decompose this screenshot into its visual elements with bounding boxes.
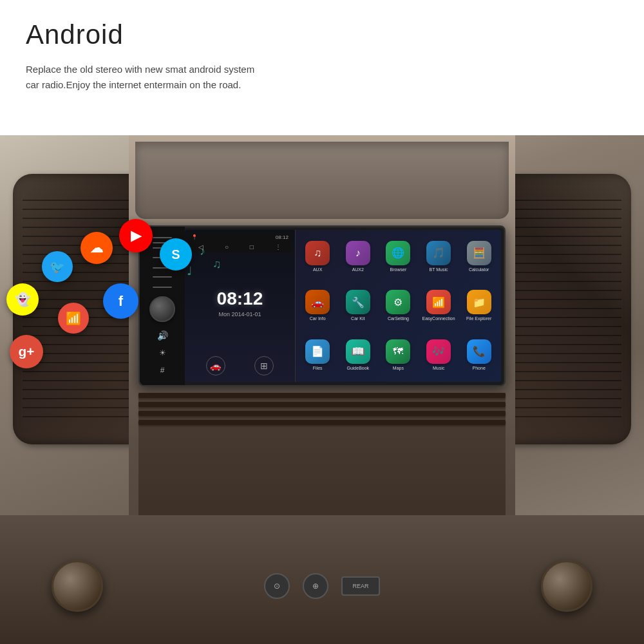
app-label-phone: Phone [473, 366, 486, 371]
app-label-browser: Browser [390, 267, 407, 272]
app-label-carsetting: CarSetting [388, 316, 409, 321]
app-label-btmusic: BT Music [430, 267, 448, 272]
bottom-knobs-area: ⊙ ⊕ REAR [52, 560, 592, 612]
volume-knob[interactable] [149, 296, 175, 322]
left-controls-panel: 🔊 ☀ # [140, 227, 185, 385]
app-label-carkit: Car Kit [351, 316, 365, 321]
app-icon-carkit[interactable]: 🔧Car Kit [339, 283, 377, 330]
clock-time: 08:12 [217, 289, 263, 309]
app-icon-img-carinfo: 🚗 [305, 290, 330, 314]
app-label-music: Music [433, 366, 444, 371]
center-btn-1[interactable]: ⊙ [264, 573, 290, 599]
app-icon-aux[interactable]: ♫AUX [299, 233, 337, 280]
app-icon-btmusic[interactable]: 🎵BT Music [420, 233, 458, 280]
equalizer-icon[interactable]: ⊞ [254, 356, 274, 375]
screen-area: 📍 08:12 ◁ ○ □ ⋮ 08:12 Mon 2014-01-01 [185, 230, 501, 382]
app-icon-calculator[interactable]: 🧮Calculator [460, 233, 498, 280]
app-grid: ♫AUX♪AUX2🌐Browser🎵BT Music🧮Calculator🚗Ca… [299, 233, 498, 379]
right-vent [502, 174, 631, 444]
page-description: Replace the old stereo with new smat and… [26, 62, 618, 93]
car-control-icon[interactable]: 🚗 [206, 356, 225, 375]
skip-back-button[interactable] [153, 276, 172, 288]
app-icon-files[interactable]: 📄Files [299, 332, 337, 379]
app-label-carinfo: Car Info [310, 316, 326, 321]
screen-right-panel: ♫AUX♪AUX2🌐Browser🎵BT Music🧮Calculator🚗Ca… [296, 230, 501, 382]
bottom-dash: ⊙ ⊕ REAR [0, 515, 644, 644]
app-icon-guidebook[interactable]: 📖GuideBook [339, 332, 377, 379]
app-icon-music[interactable]: 🎶Music [420, 332, 458, 379]
app-icon-img-carsetting: ⚙ [386, 290, 410, 314]
header-section: Android Replace the old stereo with new … [0, 0, 644, 135]
brightness-icon[interactable]: ☀ [159, 348, 166, 357]
status-bar: 📍 08:12 [188, 233, 292, 242]
app-icon-carinfo[interactable]: 🚗Car Info [299, 283, 337, 330]
music-note-3: ♫ [213, 258, 222, 271]
skip-button[interactable] [153, 257, 172, 269]
location-indicator: 📍 [191, 234, 198, 240]
app-icon-img-music: 🎶 [426, 339, 451, 364]
app-icon-img-browser: 🌐 [386, 241, 410, 265]
music-note-2: ♪ [200, 245, 205, 258]
app-icon-img-phone: 📞 [467, 339, 491, 364]
app-icon-img-btmusic: 🎵 [426, 241, 451, 265]
ctrl-row-1: 🚗 ⊞ [191, 356, 289, 375]
app-icon-browser[interactable]: 🌐Browser [379, 233, 417, 280]
app-label-guidebook: GuideBook [346, 366, 369, 371]
menu-button[interactable] [153, 237, 172, 249]
left-vent [13, 174, 142, 444]
app-icon-img-guidebook: 📖 [346, 339, 370, 364]
app-label-maps: Maps [393, 366, 404, 371]
clock-display: 08:12 Mon 2014-01-01 [188, 252, 292, 353]
app-icon-img-easyconn: 📶 [426, 290, 451, 314]
more-nav-icon[interactable]: ⋮ [275, 243, 281, 251]
center-controls: ⊙ ⊕ REAR [264, 573, 380, 599]
app-icon-img-carkit: 🔧 [346, 290, 370, 314]
upper-storage [135, 142, 509, 219]
status-time: 08:12 [276, 234, 289, 240]
car-interior: 🔊 ☀ # 📍 08:12 ◁ ○ □ [0, 135, 644, 644]
rear-label: REAR [341, 576, 380, 596]
page-title: Android [26, 19, 618, 50]
app-label-aux2: AUX2 [352, 267, 364, 272]
screen-controls: 🚗 ⊞ [188, 353, 292, 379]
mute-icon[interactable]: 🔊 [157, 330, 168, 341]
clock-date: Mon 2014-01-01 [218, 311, 261, 317]
app-icon-img-maps: 🗺 [386, 339, 410, 364]
app-label-aux: AUX [313, 267, 322, 272]
app-label-files: Files [313, 366, 323, 371]
app-icon-fileexplorer[interactable]: 📁File Explorer [460, 283, 498, 330]
app-icon-img-fileexplorer: 📁 [467, 290, 491, 314]
app-icon-easyconn[interactable]: 📶EasyConnection [420, 283, 458, 330]
android-screen: 📍 08:12 ◁ ○ □ ⋮ 08:12 Mon 2014-01-01 [185, 230, 501, 382]
center-btn-2[interactable]: ⊕ [303, 573, 328, 599]
right-knob[interactable] [541, 560, 592, 612]
app-icon-phone[interactable]: 📞Phone [460, 332, 498, 379]
app-icon-img-files: 📄 [305, 339, 330, 364]
app-icon-maps[interactable]: 🗺Maps [379, 332, 417, 379]
app-icon-img-aux2: ♪ [346, 241, 370, 265]
recents-nav-icon[interactable]: □ [250, 243, 254, 251]
app-label-fileexplorer: File Explorer [466, 316, 491, 321]
app-icon-aux2[interactable]: ♪AUX2 [339, 233, 377, 280]
app-label-easyconn: EasyConnection [422, 316, 455, 321]
app-label-calculator: Calculator [469, 267, 489, 272]
app-icon-img-calculator: 🧮 [467, 241, 491, 265]
app-icon-carsetting[interactable]: ⚙CarSetting [379, 283, 417, 330]
left-knob[interactable] [52, 560, 103, 612]
home-nav-icon[interactable]: ○ [225, 243, 229, 251]
settings-icon[interactable]: # [160, 366, 165, 375]
app-icon-img-aux: ♫ [305, 241, 330, 265]
radio-unit: 🔊 ☀ # 📍 08:12 ◁ ○ □ [138, 225, 506, 386]
music-note-1: ♩ [187, 264, 192, 278]
